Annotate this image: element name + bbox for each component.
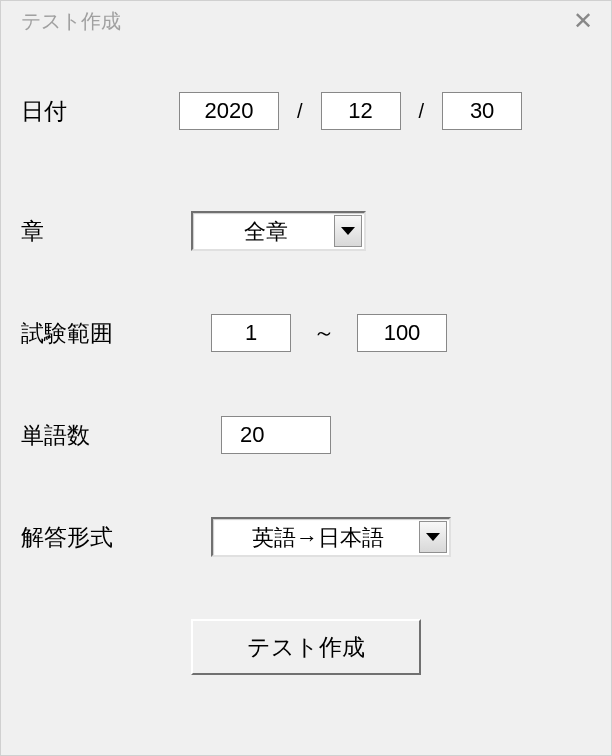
- chapter-label: 章: [21, 216, 161, 247]
- chapter-select-wrap: 全章: [191, 211, 366, 251]
- word-count-row: 単語数: [21, 415, 591, 455]
- range-separator: ～: [313, 318, 335, 348]
- submit-row: テスト作成: [21, 619, 591, 675]
- word-count-input[interactable]: [221, 416, 331, 454]
- day-input[interactable]: [442, 92, 522, 130]
- range-from-input[interactable]: [211, 314, 291, 352]
- range-row: 試験範囲 ～: [21, 313, 591, 353]
- answer-format-row: 解答形式 英語→日本語: [21, 517, 591, 557]
- chapter-select[interactable]: 全章: [191, 211, 366, 251]
- year-input[interactable]: [179, 92, 279, 130]
- chapter-row: 章 全章: [21, 211, 591, 251]
- window-title: テスト作成: [21, 8, 121, 35]
- answer-format-select[interactable]: 英語→日本語: [211, 517, 451, 557]
- month-input[interactable]: [321, 92, 401, 130]
- create-test-button[interactable]: テスト作成: [191, 619, 421, 675]
- titlebar: テスト作成 ✕: [1, 1, 611, 41]
- range-to-input[interactable]: [357, 314, 447, 352]
- close-icon[interactable]: ✕: [573, 7, 593, 35]
- date-label: 日付: [21, 96, 161, 127]
- date-separator: /: [297, 100, 303, 123]
- date-separator: /: [419, 100, 425, 123]
- word-count-label: 単語数: [21, 420, 161, 451]
- format-select-wrap: 英語→日本語: [211, 517, 451, 557]
- date-row: 日付 / /: [21, 91, 591, 131]
- range-label: 試験範囲: [21, 318, 161, 349]
- dialog-content: 日付 / / 章 全章 試験範囲 ～ 単語数 解答形式 英語→日本語: [1, 41, 611, 695]
- answer-format-label: 解答形式: [21, 522, 161, 553]
